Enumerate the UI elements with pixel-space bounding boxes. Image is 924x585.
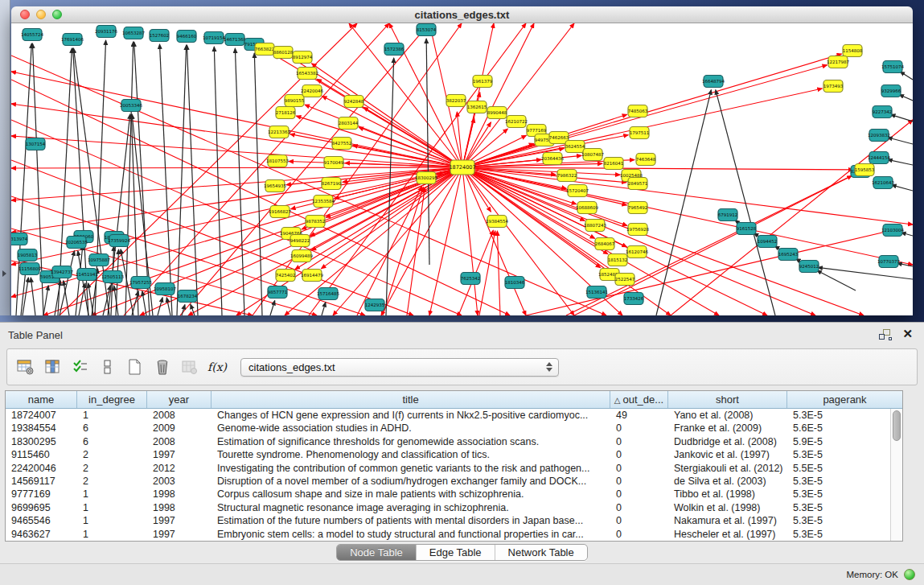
delete-table-icon[interactable]	[150, 355, 175, 379]
network-node[interactable]: 8216041	[604, 158, 624, 170]
network-node[interactable]: 17359924	[108, 235, 130, 247]
tab-edge-table[interactable]: Edge Table	[417, 545, 495, 560]
network-node[interactable]: 7463648	[636, 154, 656, 166]
network-node[interactable]: 1307154	[26, 138, 46, 150]
close-panel-icon[interactable]: ✕	[902, 327, 913, 341]
network-canvas[interactable]: 1405572417691406209311761065328715276029…	[11, 23, 913, 315]
network-node[interactable]: 13942737	[51, 266, 73, 278]
table-row[interactable]: 977716911998Corpus callosum shape and si…	[6, 488, 890, 501]
network-node[interactable]: 1810346	[505, 277, 525, 289]
show-columns-icon[interactable]	[41, 355, 65, 379]
network-node[interactable]: 1733426	[624, 293, 644, 305]
network-node[interactable]: 7663822	[255, 43, 275, 56]
network-node[interactable]: 1362615	[467, 101, 487, 113]
network-node[interactable]: 7625342	[461, 273, 481, 285]
column-header-short[interactable]: short	[668, 391, 787, 408]
memory-status-indicator-icon[interactable]	[904, 569, 915, 580]
network-node[interactable]: 7485063	[628, 105, 648, 117]
network-node[interactable]: 15136141	[585, 286, 608, 299]
column-header-in_degree[interactable]: in_degree	[77, 391, 147, 408]
table-row[interactable]: 1872400712008Changes of HCN gene express…	[6, 409, 890, 422]
network-node[interactable]: 10975887	[88, 254, 110, 266]
network-node[interactable]: 8427552	[332, 138, 352, 150]
network-node[interactable]: 15716485	[317, 288, 339, 300]
table-row[interactable]: 946554611997Estimation of the future num…	[6, 514, 890, 527]
network-node[interactable]: 7425402	[276, 270, 296, 282]
network-node[interactable]: 9161528	[737, 223, 757, 235]
network-node[interactable]: 10653287	[122, 27, 145, 39]
table-row[interactable]: 969969511998Structural magnetic resonanc…	[6, 501, 890, 514]
network-node[interactable]: 12213363	[268, 126, 290, 138]
network-node[interactable]: 12444154	[868, 152, 890, 164]
network-node[interactable]: 8990448	[487, 107, 507, 119]
network-node[interactable]: 14671368	[224, 34, 246, 46]
float-panel-icon[interactable]	[879, 329, 892, 340]
table-row[interactable]: 1938455462009Genome-wide association stu…	[6, 422, 890, 435]
network-node[interactable]: 16099489	[290, 250, 313, 262]
table-row[interactable]: 1830029562008Estimation of significance …	[6, 435, 890, 448]
import-table-icon[interactable]	[178, 355, 202, 379]
tab-network-table[interactable]: Network Table	[495, 545, 587, 560]
network-node[interactable]: 17691406	[61, 34, 84, 46]
network-node[interactable]: 17957255	[129, 277, 152, 289]
network-node[interactable]: 1242935	[365, 299, 385, 311]
network-node[interactable]: 18107553	[266, 155, 289, 167]
column-header-title[interactable]: title	[211, 391, 610, 408]
network-node[interactable]: 3624554	[565, 141, 585, 153]
column-header-year[interactable]: year	[147, 391, 211, 408]
select-columns-check-icon[interactable]	[68, 355, 92, 379]
table-row[interactable]: 946362711997Embryonic stem cells: a mode…	[6, 528, 890, 541]
scrollbar-thumb[interactable]	[893, 410, 901, 441]
network-node[interactable]: 1094452	[758, 236, 778, 248]
network-node[interactable]: 8153074	[417, 24, 437, 36]
network-node[interactable]: 19654935	[264, 180, 286, 192]
network-node[interactable]: 7965492	[628, 202, 648, 214]
network-node[interactable]: 7986322	[557, 170, 577, 182]
network-node[interactable]: 1572386	[384, 43, 405, 56]
network-node[interactable]: 9329966	[881, 85, 901, 97]
table-row[interactable]: 2242004622012Investigating the contribut…	[6, 462, 890, 475]
network-node[interactable]: 20206535	[65, 237, 88, 249]
network-node[interactable]: 10770377	[877, 256, 900, 268]
network-node[interactable]: 1905813	[18, 249, 38, 262]
network-node[interactable]: 11156809	[18, 263, 41, 275]
column-header-name[interactable]: name	[6, 391, 77, 408]
network-node[interactable]: 8267190	[322, 178, 342, 190]
network-node[interactable]: 2718126	[276, 107, 296, 119]
network-node[interactable]: 10688609	[576, 202, 598, 214]
tab-node-table[interactable]: Node Table	[337, 545, 417, 560]
network-node[interactable]: 16120746	[626, 246, 648, 258]
panel-expand-arrow-icon[interactable]	[2, 270, 6, 277]
network-node[interactable]: 8860128	[273, 47, 294, 59]
network-node[interactable]: 10807487	[581, 149, 604, 161]
table-row[interactable]: 911546021997Tourette syndrome. Phenomeno…	[6, 448, 890, 461]
network-node[interactable]: 19166827	[269, 206, 291, 218]
network-node[interactable]: 15751074	[881, 61, 904, 73]
network-node[interactable]: 3822037	[446, 95, 466, 107]
network-node[interactable]: 8912974	[293, 51, 313, 64]
column-header-pagerank[interactable]: pagerank	[787, 391, 902, 408]
row-options-icon[interactable]	[96, 355, 120, 379]
network-node[interactable]: 19384554	[486, 216, 508, 228]
network-node[interactable]: 11451941	[76, 269, 98, 281]
network-node[interactable]: 1678234	[178, 290, 198, 303]
table-settings-icon[interactable]	[14, 355, 38, 379]
network-node[interactable]: 1595853	[855, 164, 875, 176]
network-node[interactable]: 12103004	[881, 225, 904, 237]
network-node[interactable]: 9242848	[344, 96, 364, 108]
network-node[interactable]: 12217987	[827, 56, 849, 68]
column-header-out_de[interactable]: △out_de...	[610, 391, 668, 408]
network-node[interactable]: 1527602	[150, 30, 170, 42]
network-node[interactable]: 9878352	[306, 216, 326, 228]
network-node[interactable]: 9245012	[799, 261, 819, 273]
network-node[interactable]: 1797511	[630, 127, 650, 139]
network-node[interactable]: 15720407	[566, 185, 589, 197]
new-table-icon[interactable]	[123, 355, 147, 379]
network-node[interactable]: 1154808	[843, 45, 863, 57]
network-node[interactable]: 10719154	[203, 32, 225, 44]
network-node[interactable]: 20364436	[541, 153, 564, 165]
network-node[interactable]: 12505113	[101, 271, 124, 283]
network-node[interactable]: 1961379	[473, 76, 493, 88]
network-node[interactable]: 18807243	[584, 220, 606, 232]
network-node[interactable]: 2803144	[339, 117, 359, 130]
